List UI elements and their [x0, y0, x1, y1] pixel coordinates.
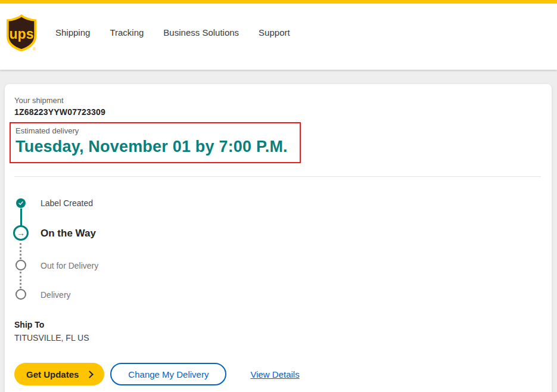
estimated-delivery-highlight-box: Estimated delivery Tuesday, November 01 …	[10, 122, 301, 163]
registered-trademark-icon: ®	[33, 47, 36, 51]
section-divider	[14, 176, 541, 177]
timeline-step-on-the-way: On the Way	[41, 227, 96, 240]
ship-to-label: Ship To	[14, 319, 541, 330]
view-details-link[interactable]: View Details	[250, 369, 299, 379]
page-background: Your shipment 1Z68223YYW07723309 Estimat…	[0, 70, 557, 392]
label-created-check-icon	[16, 198, 26, 208]
estimated-delivery-label: Estimated delivery	[15, 126, 295, 136]
ship-to-section: Ship To TITUSVILLE, FL US	[14, 319, 541, 343]
site-header: ups ® Shipping Tracking Business Solutio…	[0, 4, 557, 70]
get-updates-button[interactable]: Get Updates	[14, 363, 104, 385]
ups-logo[interactable]: ups ®	[6, 13, 37, 52]
ship-to-value: TITUSVILLE, FL US	[14, 332, 541, 343]
timeline-connector-dotted	[20, 243, 21, 259]
action-buttons-row: Get Updates Change My Delivery View Deta…	[14, 363, 541, 385]
nav-item-tracking[interactable]: Tracking	[110, 27, 144, 38]
tracking-number: 1Z68223YYW07723309	[14, 107, 541, 117]
tracking-progress-timeline: → Label Created On the Way Out for Deliv…	[14, 194, 541, 305]
on-the-way-arrow-icon: →	[13, 225, 29, 241]
timeline-step-label-created: Label Created	[41, 198, 93, 208]
change-my-delivery-button[interactable]: Change My Delivery	[110, 363, 226, 385]
timeline-connector-solid	[20, 209, 22, 226]
estimated-delivery-date: Tuesday, November 01 by 7:00 P.M.	[15, 136, 295, 157]
ups-logo-text: ups	[10, 26, 34, 42]
timeline-step-out-for-delivery: Out for Delivery	[41, 261, 98, 270]
primary-nav: Shipping Tracking Business Solutions Sup…	[55, 27, 290, 38]
nav-item-shipping[interactable]: Shipping	[55, 27, 90, 38]
nav-item-support[interactable]: Support	[259, 27, 290, 38]
get-updates-label: Get Updates	[26, 369, 79, 379]
timeline-step-delivery: Delivery	[41, 290, 71, 300]
chevron-right-icon	[86, 371, 94, 378]
timeline-connector-dotted	[20, 272, 21, 288]
out-for-delivery-circle-icon	[15, 260, 26, 270]
shipment-card: Your shipment 1Z68223YYW07723309 Estimat…	[5, 84, 552, 392]
delivery-circle-icon	[15, 289, 26, 300]
nav-item-business-solutions[interactable]: Business Solutions	[163, 27, 239, 38]
your-shipment-label: Your shipment	[14, 96, 541, 105]
